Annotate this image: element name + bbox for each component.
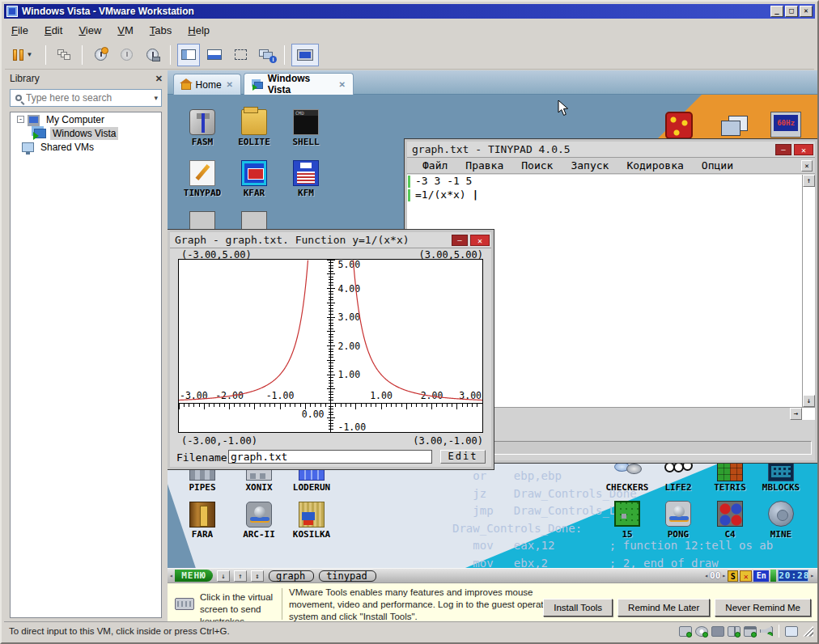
taskbar-arrow-button[interactable]: ↕ [251, 570, 264, 582]
tab-close-icon[interactable]: ✕ [339, 80, 346, 89]
status-text: To direct input to this VM, click inside… [9, 626, 230, 636]
graph-minimize-button[interactable]: – [452, 235, 468, 246]
taskbar-arrow-button[interactable]: ↑ [234, 570, 247, 582]
keyboard-layout-indicator[interactable]: En [753, 570, 769, 582]
tinypad-menu-[interactable]: Кодировка [617, 159, 692, 172]
revert-snapshot-button[interactable] [115, 44, 138, 66]
scroll-right-icon[interactable]: → [790, 408, 802, 420]
desktop-icon-mine[interactable]: MINE [757, 501, 805, 540]
tinypad-menu-[interactable]: Опции [693, 159, 742, 172]
menu-item-vm[interactable]: VM [111, 23, 140, 38]
tree-expander-icon[interactable]: - [17, 116, 24, 123]
tray-green-indicator[interactable] [770, 570, 776, 582]
desktop-icon-kfm[interactable]: KFM [282, 160, 330, 198]
edit-button[interactable]: Edit [440, 450, 486, 464]
never-remind-me-button[interactable]: Never Remind Me [715, 599, 811, 616]
desktop-icon-eolite[interactable]: EOLITE [230, 109, 278, 147]
window-titlebar[interactable]: Windows Vista - VMware Workstation _ □ ✕ [4, 4, 815, 19]
tinypad-vertical-scrollbar[interactable]: ↑ ↓ [802, 175, 815, 407]
tab-close-icon[interactable]: ✕ [227, 80, 233, 89]
remind-me-later-button[interactable]: Remind Me Later [617, 599, 710, 616]
cpu-usage-indicator[interactable]: 00 [710, 570, 720, 581]
cd-rom-icon[interactable] [695, 626, 708, 637]
library-search-box[interactable]: ▾ [10, 89, 162, 107]
printer-icon[interactable] [744, 626, 757, 637]
guest-screen[interactable]: or ebp,ebp jz Draw_Controls_Done jmp Dra… [168, 95, 817, 583]
taskbar-task-graph[interactable]: graph [269, 570, 314, 582]
desktop-icon-arc-ii[interactable]: ARC-II [235, 502, 283, 540]
close-button[interactable]: ✕ [800, 6, 813, 17]
tinypad-menu-[interactable]: Файл [414, 159, 456, 172]
unity-button[interactable] [255, 44, 278, 66]
taskbar-task-tinypad[interactable]: tinypad [319, 570, 376, 582]
menu-item-view[interactable]: View [72, 23, 108, 38]
maximize-button[interactable]: □ [785, 6, 798, 17]
tree-item-shared-vms[interactable]: Shared VMs [11, 140, 161, 154]
desktop-icon-pong[interactable]: PONG [654, 501, 702, 540]
desktop-icon-tinypad[interactable]: TINYPAD [178, 160, 227, 198]
search-input[interactable] [26, 92, 154, 104]
menu-item-edit[interactable]: Edit [38, 23, 69, 38]
tray-prev-icon[interactable]: ◂ [704, 572, 708, 579]
tinypad-menu-[interactable]: Запуск [562, 159, 617, 172]
tray-right-arrow-icon[interactable]: ▸ [810, 572, 814, 579]
message-panel-icon[interactable] [785, 626, 798, 637]
desktop-icon-kfar[interactable]: KFAR [230, 160, 278, 198]
plot-corner-bottom-right: (3.00,-1.00) [413, 435, 483, 447]
menu-item-help[interactable]: Help [181, 23, 216, 38]
svg-text:0.00: 0.00 [302, 409, 325, 420]
filename-input[interactable] [228, 450, 432, 464]
tab-windows-vista[interactable]: Windows Vista ✕ [244, 73, 354, 95]
sound-icon[interactable] [760, 626, 773, 637]
tinypad-menu-[interactable]: Поиск [512, 159, 562, 172]
power-button[interactable]: ▼ [6, 44, 39, 66]
desktop-icon-fasm[interactable]: FASM [178, 109, 227, 147]
show-library-button[interactable] [177, 44, 200, 66]
home-icon [181, 83, 191, 90]
graph-titlebar[interactable]: Graph - graph.txt. Function y=1/(x*x) – … [170, 232, 491, 248]
fit-guest-button[interactable] [229, 44, 252, 66]
tab-home[interactable]: Home ✕ [173, 74, 241, 95]
scroll-down-icon[interactable]: ↓ [803, 395, 815, 407]
desktop-icon-c4[interactable]: C4 [706, 501, 754, 540]
desktop-icon-partial[interactable] [241, 211, 267, 230]
console-view-button[interactable] [203, 44, 226, 66]
send-ctrl-alt-del-button[interactable] [53, 44, 75, 66]
network-icon[interactable] [728, 626, 740, 637]
tree-item-my-computer[interactable]: - My Computer [11, 112, 161, 126]
scroll-up-icon[interactable]: ↑ [803, 175, 815, 187]
tinypad-text-line[interactable]: -3 3 -1 5 [407, 175, 815, 189]
desktop-icon-kosilka[interactable]: KOSILKA [287, 502, 336, 540]
desktop-icon-15[interactable]: 15 [603, 501, 651, 540]
tray-s-badge[interactable]: S [728, 570, 738, 582]
snapshot-manager-button[interactable] [141, 44, 163, 66]
tinypad-menu-[interactable]: Правка [456, 159, 512, 172]
tinypad-close-button[interactable]: ✕ [794, 144, 813, 155]
menu-item-tabs[interactable]: Tabs [143, 23, 178, 38]
tinypad-titlebar[interactable]: graph.txt - TINYPAD 4.0.5 – ✕ [407, 142, 815, 158]
fullscreen-button[interactable] [291, 44, 319, 66]
graph-close-button[interactable]: ✕ [470, 235, 490, 246]
taskbar-arrow-button[interactable]: ↓ [217, 570, 230, 582]
resize-grip[interactable] [803, 626, 813, 637]
tinypad-menu-close-button[interactable]: × [801, 160, 813, 172]
search-dropdown-icon[interactable]: ▾ [154, 94, 158, 102]
menu-item-file[interactable]: File [5, 23, 35, 38]
tray-clock[interactable]: 20:28 [778, 570, 808, 582]
volume-mute-icon[interactable]: ✕ [740, 570, 752, 582]
desktop-icon-shell[interactable]: CMDSHELL [282, 109, 330, 147]
tinypad-text-line[interactable]: =1/(x*x) | [407, 189, 815, 202]
library-close-icon[interactable]: ✕ [155, 74, 163, 84]
hard-disk-icon[interactable] [679, 626, 692, 637]
take-snapshot-button[interactable] [89, 44, 112, 66]
desktop-icon-partial[interactable] [189, 211, 215, 230]
minimize-button[interactable]: _ [770, 6, 783, 17]
taskbar-left-arrow[interactable]: ◂ [168, 572, 175, 579]
tree-item-windows-vista[interactable]: Windows Vista [11, 126, 161, 140]
start-menu-button[interactable]: МЕНЮ [175, 570, 213, 582]
floppy-icon[interactable] [711, 626, 724, 637]
tinypad-minimize-button[interactable]: – [775, 144, 791, 155]
install-tools-button[interactable]: Install Tools [543, 599, 613, 616]
tray-next-icon[interactable]: ▸ [722, 572, 726, 579]
desktop-icon-fara[interactable]: FARA [178, 502, 227, 540]
